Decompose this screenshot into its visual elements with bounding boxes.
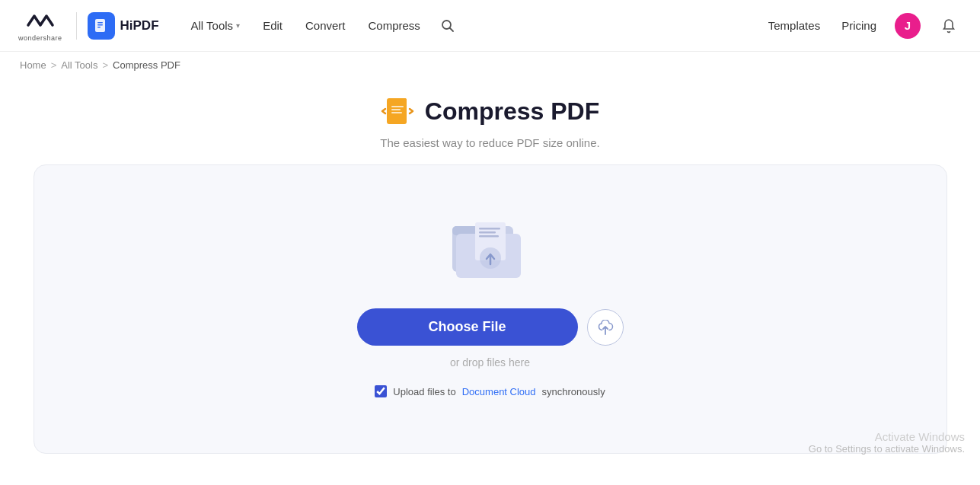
page-title-area: Compress PDF [381,94,599,129]
breadcrumb-sep-2: > [102,59,108,71]
breadcrumb-all-tools[interactable]: All Tools [61,59,97,71]
svg-rect-15 [479,228,500,230]
chevron-down-icon: ▾ [236,21,240,30]
nav-edit[interactable]: Edit [254,13,292,38]
nav-compress-label: Compress [369,19,420,32]
hipdf-icon [88,12,115,40]
page-subtitle: The easiest way to reduce PDF size onlin… [380,136,599,149]
folder-icon [449,211,532,287]
user-avatar[interactable]: J [895,13,921,39]
svg-rect-2 [97,24,103,26]
compress-icon-svg [381,94,416,129]
nav-pricing[interactable]: Pricing [838,13,879,38]
cloud-upload-icon [597,320,614,335]
breadcrumb-current: Compress PDF [113,59,180,71]
header-right: Templates Pricing J [765,13,962,39]
bell-icon [941,18,956,34]
upload-option-text: Upload files to [393,386,455,397]
upload-option: Upload files to Document Cloud synchrono… [375,385,605,397]
wondershare-text: wondershare [18,34,62,42]
nav-edit-label: Edit [263,19,283,32]
wondershare-icon [25,10,56,34]
svg-rect-9 [391,109,401,110]
document-cloud-checkbox[interactable] [375,385,387,397]
drop-hint: or drop files here [450,356,530,369]
upload-option-suffix: synchronously [542,386,605,397]
breadcrumb: Home > All Tools > Compress PDF [0,52,980,78]
nav-compress[interactable]: Compress [359,13,429,38]
hipdf-svg [93,18,110,34]
page-title: Compress PDF [425,97,599,126]
breadcrumb-home[interactable]: Home [20,59,46,71]
nav-templates[interactable]: Templates [765,13,823,38]
cloud-upload-button[interactable] [587,309,624,346]
choose-file-button[interactable]: Choose File [357,308,578,346]
svg-rect-1 [97,22,103,24]
header-divider [76,12,77,40]
choose-file-row: Choose File [357,308,624,346]
nav-convert-label: Convert [305,19,346,32]
nav-all-tools[interactable]: All Tools ▾ [182,13,250,38]
search-icon [441,19,455,33]
nav-all-tools-label: All Tools [191,19,234,32]
header: wondershare HiPDF All Tools ▾ Edit Conve… [0,0,980,52]
logo-area: wondershare [18,10,62,42]
nav-convert[interactable]: Convert [296,13,355,38]
svg-rect-10 [391,112,402,113]
hipdf-label: HiPDF [120,18,159,34]
document-cloud-link[interactable]: Document Cloud [462,386,536,397]
svg-rect-3 [97,27,101,28]
main-content: Compress PDF The easiest way to reduce P… [0,78,980,477]
notification-bell-button[interactable] [936,13,962,39]
upload-card: Choose File or drop files here Upload fi… [34,164,947,454]
svg-rect-8 [391,106,404,107]
svg-rect-17 [479,235,499,238]
folder-illustration [449,211,532,287]
hipdf-badge[interactable]: HiPDF [88,12,159,40]
search-button[interactable] [434,12,461,40]
compress-pdf-icon [381,94,416,129]
wondershare-logo[interactable]: wondershare [18,10,62,42]
svg-line-5 [449,27,453,31]
nav-menu: All Tools ▾ Edit Convert Compress [182,12,765,40]
breadcrumb-sep-1: > [51,59,57,71]
svg-rect-16 [479,231,496,234]
